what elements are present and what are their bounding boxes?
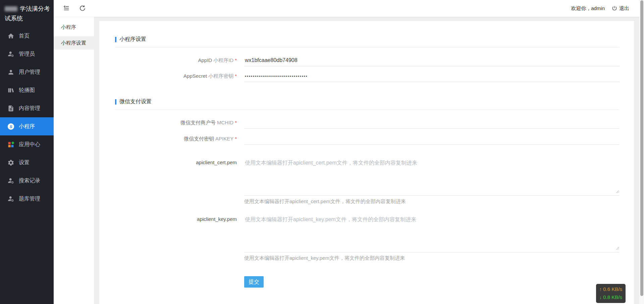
svg-text:S: S	[9, 124, 12, 128]
power-icon	[611, 5, 618, 11]
sidebar-item-question-bank[interactable]: 题库管理	[0, 190, 54, 208]
admin-user-icon	[7, 50, 15, 58]
appid-row: AppID小程序ID*	[115, 54, 620, 66]
welcome-text: 欢迎你，admin	[571, 5, 605, 12]
section-title: 微信支付设置	[119, 98, 152, 105]
section-accent-bar	[115, 37, 116, 42]
sidebar-item-label: 内容管理	[19, 105, 40, 112]
apiclient-key-row: apiclient_key.pem 使用文本编辑器打开apiclient_key…	[115, 212, 620, 261]
page-scrollbar	[639, 0, 644, 304]
upload-arrow-icon: ↑	[599, 286, 602, 292]
sidebar-item-label: 应用中心	[19, 141, 40, 148]
app-logo-image	[5, 6, 17, 11]
apiclient-key-help-text: 使用文本编辑器打开apiclient_key.pem文件，将文件的全部内容复制进…	[244, 255, 620, 261]
topbar: 欢迎你，admin 退出	[54, 0, 639, 17]
app-center-icon	[7, 141, 15, 148]
submenu-item-miniprogram-settings[interactable]: 小程序设置	[54, 36, 94, 50]
section-title: 小程序设置	[119, 36, 146, 43]
submit-row: 提交	[115, 276, 620, 288]
submenu-header-miniprogram[interactable]: 小程序	[54, 17, 94, 36]
apiclient-cert-label: apiclient_cert.pem	[115, 156, 237, 165]
submenu-panel: 小程序 小程序设置	[54, 17, 94, 304]
sidebar-item-label: 设置	[19, 159, 30, 166]
apiclient-cert-help-text: 使用文本编辑器打开apiclient_cert.pem文件，将文件的全部内容复制…	[244, 198, 620, 205]
carousel-icon	[7, 86, 15, 94]
section-accent-bar	[115, 99, 116, 105]
search-records-icon	[7, 177, 15, 184]
app-title: 学法满分考试系统	[0, 0, 54, 24]
main-content: 小程序设置 AppID小程序ID* AppSecret小程序密钥* 微信支付设置…	[94, 17, 639, 304]
sidebar: 学法满分考试系统 首页 管理员 用户管理 轮播图	[0, 0, 54, 304]
apiclient-cert-textarea[interactable]	[244, 156, 620, 196]
sidebar-item-label: 搜索记录	[19, 177, 40, 184]
apiclient-key-textarea[interactable]	[244, 212, 620, 252]
sidebar-item-label: 管理员	[19, 51, 35, 58]
sidebar-item-settings[interactable]: 设置	[0, 154, 54, 172]
download-arrow-icon: ↓	[599, 294, 602, 300]
logout-label: 退出	[619, 5, 629, 12]
sidebar-item-label: 题库管理	[19, 195, 40, 202]
settings-icon	[7, 159, 15, 166]
apiclient-key-label: apiclient_key.pem	[115, 212, 237, 222]
settings-card: 小程序设置 AppID小程序ID* AppSecret小程序密钥* 微信支付设置…	[99, 21, 634, 304]
sidebar-item-app-center[interactable]: 应用中心	[0, 135, 54, 154]
sidebar-item-content-management[interactable]: 内容管理	[0, 99, 54, 117]
submit-button[interactable]: 提交	[244, 276, 264, 288]
mchid-label: 微信支付商户号MCHID*	[115, 120, 237, 126]
logout-button[interactable]: 退出	[611, 5, 629, 12]
refresh-icon[interactable]	[78, 4, 87, 12]
user-icon	[7, 68, 15, 76]
apiclient-cert-row: apiclient_cert.pem 使用文本编辑器打开apiclient_ce…	[115, 156, 620, 205]
required-marker: *	[235, 73, 237, 79]
sidebar-item-search-records[interactable]: 搜索记录	[0, 172, 54, 190]
collapse-menu-icon[interactable]	[62, 4, 70, 12]
sidebar-item-carousel[interactable]: 轮播图	[0, 81, 54, 99]
miniprogram-icon: S	[7, 123, 15, 130]
required-marker: *	[235, 120, 237, 125]
download-speed: ↓ 0.8 KB/s	[599, 293, 622, 301]
mchid-row: 微信支付商户号MCHID*	[115, 117, 620, 129]
appid-label: AppID小程序ID*	[115, 57, 237, 64]
sidebar-item-label: 用户管理	[19, 69, 40, 76]
section-miniprogram-settings: 小程序设置	[115, 36, 620, 48]
appsecret-row: AppSecret小程序密钥*	[115, 70, 620, 82]
question-bank-icon	[7, 195, 15, 202]
sidebar-item-label: 轮播图	[19, 87, 35, 94]
network-speed-widget: ↑ 0.6 KB/s ↓ 0.8 KB/s	[596, 284, 626, 303]
sidebar-item-label: 首页	[19, 33, 30, 40]
appsecret-label: AppSecret小程序密钥*	[115, 73, 237, 79]
sidebar-item-user-management[interactable]: 用户管理	[0, 63, 54, 81]
required-marker: *	[235, 57, 237, 63]
mchid-field[interactable]	[244, 117, 620, 129]
apikey-label: 微信支付密钥APIKEY*	[115, 136, 237, 142]
section-wechat-pay-settings: 微信支付设置	[115, 98, 620, 110]
required-marker: *	[235, 136, 237, 141]
appid-field[interactable]	[244, 54, 620, 66]
apikey-field[interactable]	[244, 133, 620, 145]
sidebar-item-home[interactable]: 首页	[0, 27, 54, 45]
apikey-row: 微信支付密钥APIKEY*	[115, 133, 620, 145]
sidebar-menu: 首页 管理员 用户管理 轮播图 内容管理	[0, 24, 54, 208]
sidebar-item-miniprogram[interactable]: S 小程序	[0, 117, 54, 135]
upload-speed: ↑ 0.6 KB/s	[599, 285, 622, 293]
sidebar-item-label: 小程序	[19, 123, 35, 130]
content-icon	[7, 105, 15, 112]
appsecret-field[interactable]	[244, 70, 620, 82]
scrollbar-thumb[interactable]	[640, 0, 643, 296]
sidebar-item-admin[interactable]: 管理员	[0, 45, 54, 63]
home-icon	[7, 32, 15, 40]
